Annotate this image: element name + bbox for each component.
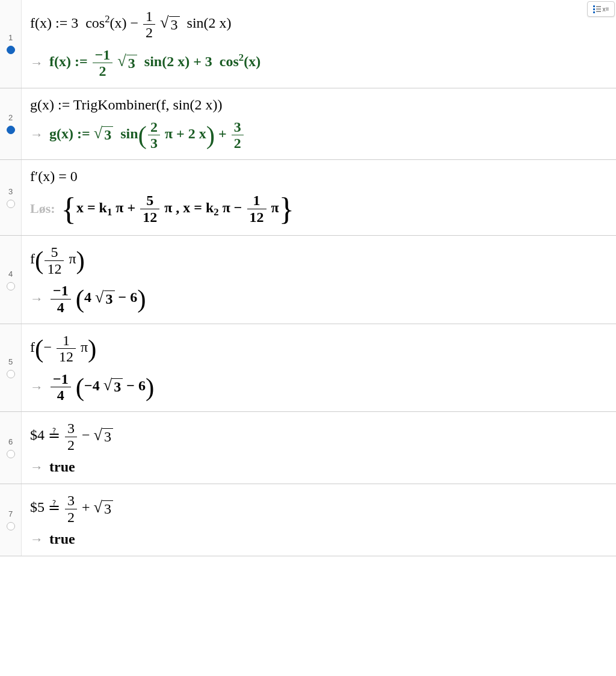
cas-row[interactable]: 6$4 ≟ 32 − 3→true (0, 412, 616, 484)
row-content[interactable]: f(512 π)→−14 (4 3 − 6) (22, 236, 616, 324)
cas-row[interactable]: 1f(x) := 3 cos2(x) − 12 3 sin(2 x)→f(x) … (0, 0, 616, 88)
row-gutter: 1 (0, 0, 22, 88)
row-content[interactable]: f(x) := 3 cos2(x) − 12 3 sin(2 x)→f(x) :… (22, 0, 616, 88)
output-value: true (49, 459, 75, 475)
cas-row[interactable]: 5f(− 112 π)→−14 (−4 3 − 6) (0, 324, 616, 413)
row-gutter: 5 (0, 324, 22, 412)
output-arrow-icon: → (30, 127, 43, 143)
output-expression: →f(x) := −12 3 sin(2 x) + 3 cos2(x) (28, 47, 610, 79)
row-number: 3 (8, 187, 13, 196)
output-expression: →g(x) := 3 sin(23 π + 2 x) + 32 (28, 119, 610, 152)
input-expression[interactable]: f(− 112 π) (28, 333, 610, 365)
cas-row[interactable]: 2g(x) := TrigKombiner(f, sin(2 x))→g(x) … (0, 88, 616, 161)
row-gutter: 4 (0, 236, 22, 324)
row-content[interactable]: $5 ≟ 32 + 3→true (22, 484, 616, 556)
row-number: 4 (8, 269, 13, 278)
output-arrow-icon: → (30, 532, 43, 547)
output-expression: →true (28, 459, 610, 475)
row-gutter: 3 (0, 160, 22, 235)
input-expression[interactable]: g(x) := TrigKombiner(f, sin(2 x)) (28, 97, 610, 113)
row-number: 1 (8, 33, 13, 42)
output-value: true (49, 531, 75, 547)
output-value: g(x) := 3 sin(23 π + 2 x) + 32 (49, 119, 245, 152)
input-expression[interactable]: $5 ≟ 32 + 3 (28, 493, 610, 525)
output-value: −14 (−4 3 − 6) (49, 371, 154, 404)
input-expression[interactable]: $4 ≟ 32 − 3 (28, 420, 610, 453)
visibility-marker[interactable] (7, 282, 15, 290)
visibility-marker[interactable] (7, 46, 15, 54)
row-content[interactable]: g(x) := TrigKombiner(f, sin(2 x))→g(x) :… (22, 88, 616, 160)
row-content[interactable]: f(− 112 π)→−14 (−4 3 − 6) (22, 324, 616, 412)
visibility-marker[interactable] (7, 370, 15, 378)
output-arrow-icon: → (30, 291, 43, 307)
visibility-marker[interactable] (7, 450, 15, 458)
output-arrow-icon: → (30, 459, 43, 475)
output-arrow-icon: → (30, 55, 43, 71)
output-value: {x = k1 π + 512 π , x = k2 π − 112 π} (61, 191, 294, 227)
row-number: 5 (8, 357, 13, 366)
row-gutter: 6 (0, 412, 22, 484)
row-number: 6 (8, 437, 13, 446)
output-value: −14 (4 3 − 6) (49, 283, 146, 315)
cas-row[interactable]: 7$5 ≟ 32 + 3→true (0, 484, 616, 556)
output-expression: Løs:{x = k1 π + 512 π , x = k2 π − 112 π… (28, 191, 610, 227)
row-gutter: 2 (0, 88, 22, 160)
input-expression[interactable]: f′(x) = 0 (28, 168, 610, 185)
output-expression: →true (28, 531, 610, 547)
solve-label: Løs: (30, 201, 55, 217)
visibility-marker[interactable] (7, 126, 15, 134)
output-expression: →−14 (−4 3 − 6) (28, 371, 610, 404)
cas-row[interactable]: 4f(512 π)→−14 (4 3 − 6) (0, 236, 616, 324)
row-gutter: 7 (0, 484, 22, 556)
row-number: 2 (8, 113, 13, 122)
row-content[interactable]: $4 ≟ 32 − 3→true (22, 412, 616, 484)
output-expression: →−14 (4 3 − 6) (28, 283, 610, 315)
output-arrow-icon: → (30, 379, 43, 395)
output-value: f(x) := −12 3 sin(2 x) + 3 cos2(x) (49, 47, 260, 79)
row-number: 7 (8, 509, 13, 518)
row-content[interactable]: f′(x) = 0Løs:{x = k1 π + 512 π , x = k2 … (22, 160, 616, 235)
visibility-marker[interactable] (7, 200, 15, 208)
visibility-marker[interactable] (7, 522, 15, 530)
input-expression[interactable]: f(512 π) (28, 244, 610, 277)
cas-row[interactable]: 3f′(x) = 0Løs:{x = k1 π + 512 π , x = k2… (0, 160, 616, 236)
input-expression[interactable]: f(x) := 3 cos2(x) − 12 3 sin(2 x) (28, 8, 610, 41)
